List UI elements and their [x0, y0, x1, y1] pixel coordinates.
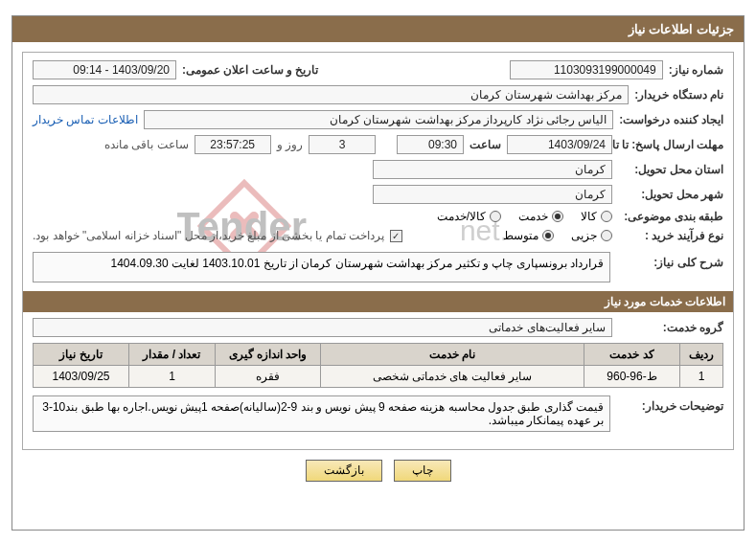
- process-type-label: نوع فرآیند خرید :: [618, 229, 723, 242]
- overall-desc-label: شرح کلی نیاز:: [618, 252, 723, 269]
- buyer-notes-box: قیمت گذاری طبق جدول محاسبه هزینه صفحه 9 …: [33, 395, 610, 432]
- cell-qty: 1: [129, 366, 216, 388]
- print-button[interactable]: چاپ: [394, 460, 451, 482]
- cell-date: 1403/09/25: [34, 366, 129, 388]
- cell-unit: فقره: [216, 366, 321, 388]
- creator-label: ایجاد کننده درخواست:: [619, 113, 723, 126]
- hms-remaining-field: 23:57:25: [195, 135, 271, 154]
- back-button[interactable]: بازگشت: [306, 460, 382, 482]
- announce-label: تاریخ و ساعت اعلان عمومی:: [182, 63, 318, 77]
- radio-medium-label: متوسط: [503, 229, 538, 242]
- days-suffix: روز و: [277, 138, 303, 151]
- cell-row: 1: [680, 366, 723, 388]
- deadline-time-field: 09:30: [397, 135, 464, 154]
- th-name: نام خدمت: [321, 344, 584, 366]
- radio-service[interactable]: خدمت: [518, 210, 563, 223]
- buyer-notes-label: توضیحات خریدار:: [618, 395, 723, 413]
- th-unit: واحد اندازه گیری: [216, 344, 321, 366]
- city-label: شهر محل تحویل:: [618, 188, 723, 201]
- radio-icon: [490, 211, 501, 222]
- treasury-checkbox[interactable]: ✓: [390, 230, 402, 242]
- page-header: جزئیات اطلاعات نیاز: [12, 16, 744, 42]
- creator-field: الیاس رجائی نژاد کارپرداز مرکز بهداشت شه…: [144, 110, 614, 129]
- service-group-field: سایر فعالیت‌های خدماتی: [33, 318, 612, 337]
- radio-service-label: خدمت: [518, 210, 548, 223]
- radio-goods-service[interactable]: کالا/خدمت: [437, 210, 501, 223]
- th-code: کد خدمت: [584, 344, 680, 366]
- province-field: کرمان: [373, 160, 612, 179]
- subject-class-label: طبقه بندی موضوعی:: [618, 210, 723, 223]
- hms-suffix: ساعت باقی مانده: [104, 138, 189, 151]
- radio-goods-service-label: کالا/خدمت: [437, 210, 486, 223]
- page-title: جزئیات اطلاعات نیاز: [629, 22, 734, 36]
- service-group-label: گروه خدمت:: [618, 321, 723, 334]
- treasury-note: پرداخت تمام یا بخشی از مبلغ خرید،از محل …: [33, 229, 384, 242]
- city-field: کرمان: [373, 185, 612, 204]
- radio-goods-label: کالا: [581, 210, 597, 223]
- table-row: 1 ط-96-960 سایر فعالیت های خدماتی شخصی ف…: [34, 366, 723, 388]
- table-header-row: ردیف کد خدمت نام خدمت واحد اندازه گیری ت…: [34, 344, 723, 366]
- services-section-header: اطلاعات خدمات مورد نیاز: [23, 290, 733, 312]
- announce-field: 1403/09/20 - 09:14: [33, 60, 176, 79]
- th-date: تاریخ نیاز: [34, 344, 129, 366]
- province-label: استان محل تحویل:: [618, 163, 723, 176]
- radio-minor-label: جزیی: [571, 229, 597, 242]
- radio-icon: [601, 230, 612, 241]
- buyer-org-label: نام دستگاه خریدار:: [634, 88, 723, 102]
- radio-icon-checked: [542, 230, 554, 241]
- need-no-label: شماره نیاز:: [669, 63, 723, 77]
- days-remaining-field: 3: [309, 135, 376, 154]
- services-table: ردیف کد خدمت نام خدمت واحد اندازه گیری ت…: [33, 343, 723, 388]
- need-no-field: 1103093199000049: [510, 60, 663, 79]
- radio-minor[interactable]: جزیی: [571, 229, 612, 242]
- radio-medium[interactable]: متوسط: [503, 229, 554, 242]
- th-qty: تعداد / مقدار: [129, 344, 216, 366]
- deadline-date-field: 1403/09/24: [507, 135, 612, 154]
- th-row: ردیف: [680, 344, 723, 366]
- cell-name: سایر فعالیت های خدماتی شخصی: [321, 366, 584, 388]
- radio-goods[interactable]: کالا: [581, 210, 612, 223]
- time-label: ساعت: [470, 138, 501, 151]
- radio-icon-checked: [552, 211, 563, 222]
- deadline-label: مهلت ارسال پاسخ: تا تاریخ:: [618, 138, 723, 151]
- radio-icon: [601, 211, 612, 222]
- buyer-org-field: مرکز بهداشت شهرستان کرمان: [33, 85, 629, 104]
- cell-code: ط-96-960: [584, 366, 680, 388]
- buyer-contact-link[interactable]: اطلاعات تماس خریدار: [33, 113, 138, 126]
- overall-desc-box: قرارداد برونسپاری چاپ و تکثیر مرکز بهداش…: [33, 252, 610, 282]
